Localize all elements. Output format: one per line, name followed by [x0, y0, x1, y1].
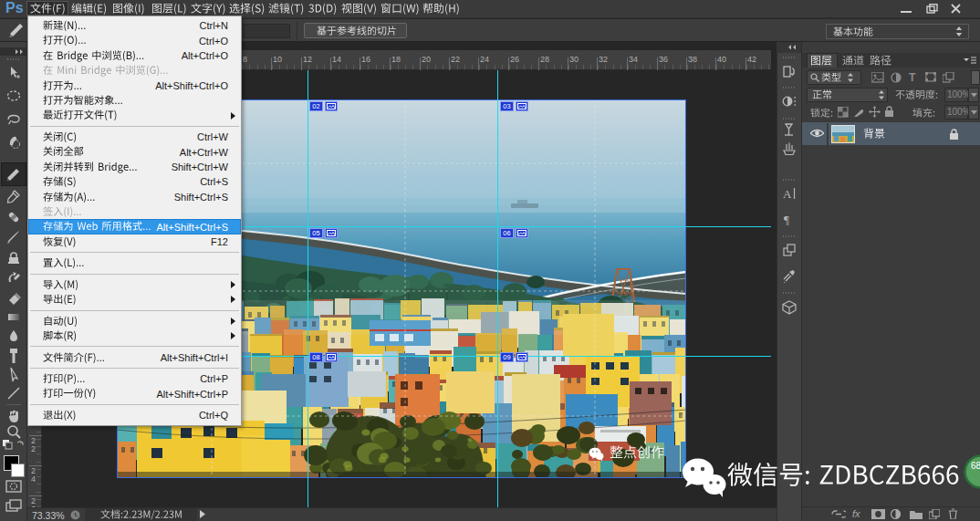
svg-text:A: A — [783, 187, 792, 201]
svg-text:¶: ¶ — [784, 213, 789, 226]
svg-text:68: 68 — [971, 461, 980, 471]
